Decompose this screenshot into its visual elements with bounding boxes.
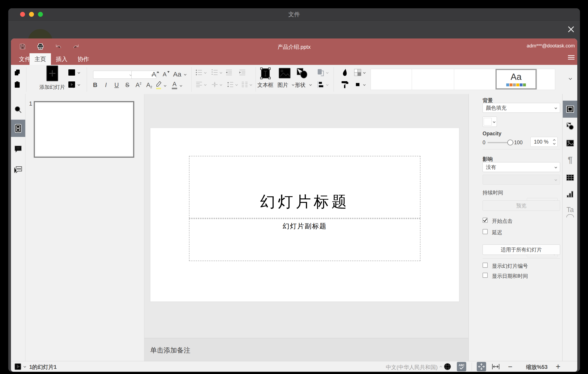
zoom-in-button[interactable]: +: [553, 362, 563, 371]
bullet-list-icon[interactable]: [195, 68, 203, 77]
theme-thumbnail-selected[interactable]: Aa: [495, 69, 537, 89]
start-on-click-label: 开始点击: [492, 218, 513, 225]
arrange-shape-icon[interactable]: [316, 68, 325, 77]
highlight-color-chevron-icon[interactable]: [164, 84, 166, 87]
subtitle-placeholder[interactable]: 幻灯片副标题: [189, 219, 420, 261]
effect-select[interactable]: 没有: [483, 162, 560, 172]
decrease-font-icon[interactable]: A: [161, 69, 171, 80]
apply-to-all-slides-button[interactable]: 适用于所有幻灯片: [483, 244, 560, 255]
sidebar-item-image-settings[interactable]: [566, 139, 574, 147]
shape-button[interactable]: 形状: [291, 67, 313, 91]
slide-editing-area[interactable]: 幻灯片标题 幻灯片副标题: [150, 128, 459, 302]
theme-thumbnail[interactable]: [537, 69, 555, 90]
bold-button[interactable]: B: [91, 80, 99, 89]
vertical-align-icon[interactable]: [211, 80, 219, 88]
tab-collaboration[interactable]: 协作: [73, 53, 94, 65]
globe-icon[interactable]: [443, 362, 452, 371]
sidebar-item-table-settings[interactable]: [566, 173, 574, 182]
change-layout-chevron-icon[interactable]: [77, 71, 80, 74]
horizontal-align-icon[interactable]: [195, 80, 203, 88]
menu-icon[interactable]: [568, 55, 575, 60]
notes-area[interactable]: 单击添加备注: [144, 338, 469, 361]
start-on-click-checkbox[interactable]: [483, 218, 488, 223]
start-slideshow-icon[interactable]: [67, 80, 76, 89]
sidebar-item-chart-settings[interactable]: [566, 190, 574, 199]
font-color-icon[interactable]: A: [170, 80, 179, 90]
align-shape-icon[interactable]: [316, 80, 325, 89]
fill-color-icon[interactable]: [353, 68, 362, 77]
language-selector[interactable]: 中文(中华人民共和国): [386, 364, 438, 371]
window-title: 文件: [8, 8, 580, 20]
delay-checkbox[interactable]: [483, 229, 488, 234]
change-case-icon[interactable]: Aa: [171, 69, 183, 80]
show-date-time-checkbox[interactable]: [483, 273, 488, 278]
theme-gallery-expand-icon[interactable]: [566, 74, 575, 83]
tab-insert[interactable]: 插入: [51, 53, 72, 65]
columns-icon[interactable]: [241, 80, 249, 88]
fit-width-button[interactable]: [491, 362, 500, 371]
sidebar-item-slide-settings[interactable]: [563, 101, 577, 118]
fit-slide-button[interactable]: [477, 362, 486, 371]
fill-color-chevron-icon[interactable]: [363, 71, 366, 74]
font-name-select[interactable]: [93, 71, 135, 79]
underline-button[interactable]: U: [113, 80, 121, 89]
font-color-chevron-icon[interactable]: [180, 84, 182, 87]
fill-color-swatch[interactable]: [483, 117, 497, 127]
chat-icon[interactable]: [14, 166, 22, 174]
theme-thumbnail[interactable]: [454, 69, 496, 90]
subscript-button[interactable]: A2: [145, 80, 154, 89]
zoom-out-button[interactable]: −: [505, 362, 515, 371]
superscript-button[interactable]: A2: [134, 80, 143, 89]
numbered-list-chevron-icon[interactable]: [220, 71, 222, 74]
bullet-list-chevron-icon[interactable]: [204, 71, 206, 74]
tab-home[interactable]: 主页: [30, 53, 51, 65]
show-slide-number-checkbox[interactable]: [483, 263, 488, 268]
sidebar-item-paragraph-settings[interactable]: ¶: [566, 155, 574, 165]
opacity-slider-knob[interactable]: [507, 140, 513, 145]
line-spacing-icon[interactable]: [226, 80, 234, 88]
slide-size-chevron-icon[interactable]: [363, 83, 366, 86]
paste-icon[interactable]: [13, 80, 21, 88]
align-shape-chevron-icon[interactable]: [326, 83, 328, 86]
clear-style-icon[interactable]: [340, 68, 349, 77]
highlight-color-icon[interactable]: [154, 80, 163, 90]
sidebar-item-shape-settings[interactable]: [566, 122, 574, 130]
increase-indent-icon[interactable]: [238, 68, 246, 77]
start-preview-chevron-icon[interactable]: [23, 365, 26, 367]
right-sidebar: ¶ Ta: [562, 94, 577, 361]
sidebar-item-textart-settings[interactable]: Ta: [565, 206, 575, 217]
screen: 文件 产品介绍.pptx: [0, 0, 588, 374]
copy-style-icon[interactable]: [340, 80, 349, 89]
copy-icon[interactable]: [13, 68, 21, 77]
arrange-shape-chevron-icon[interactable]: [326, 71, 328, 74]
decrease-indent-icon[interactable]: [225, 68, 233, 77]
slide-size-icon[interactable]: [353, 80, 362, 89]
spellcheck-button[interactable]: ABC: [457, 362, 466, 371]
add-slide-button[interactable]: 添加幻灯片: [41, 65, 64, 90]
start-slideshow-chevron-icon[interactable]: [77, 83, 80, 86]
title-placeholder[interactable]: 幻灯片标题: [189, 156, 420, 218]
change-case-chevron-icon[interactable]: [184, 73, 186, 75]
change-layout-icon[interactable]: [67, 68, 76, 77]
opacity-value-spinner[interactable]: 100 %: [530, 137, 558, 147]
horizontal-align-chevron-icon[interactable]: [204, 83, 206, 86]
theme-thumbnail[interactable]: [412, 69, 454, 90]
duration-label: 持续时间: [483, 189, 503, 196]
theme-thumbnail[interactable]: [371, 69, 412, 90]
effect-type-select[interactable]: [483, 175, 560, 185]
close-dialog-icon[interactable]: [567, 26, 575, 33]
numbered-list-icon[interactable]: [211, 68, 219, 77]
line-spacing-chevron-icon[interactable]: [235, 83, 238, 86]
comments-icon[interactable]: [14, 145, 22, 153]
columns-chevron-icon[interactable]: [250, 83, 252, 86]
increase-font-icon[interactable]: A: [151, 69, 160, 80]
background-fill-select[interactable]: 颜色填充: [483, 103, 560, 113]
slide-thumbnail-selected[interactable]: [34, 101, 134, 158]
strikethrough-button[interactable]: S: [123, 80, 131, 89]
textbox-button[interactable]: 文本框: [254, 67, 277, 91]
search-icon[interactable]: [14, 106, 22, 114]
italic-button[interactable]: I: [102, 80, 110, 89]
vertical-align-chevron-icon[interactable]: [220, 83, 222, 86]
sidebar-item-slides[interactable]: [11, 120, 25, 137]
start-preview-icon[interactable]: [14, 363, 22, 371]
